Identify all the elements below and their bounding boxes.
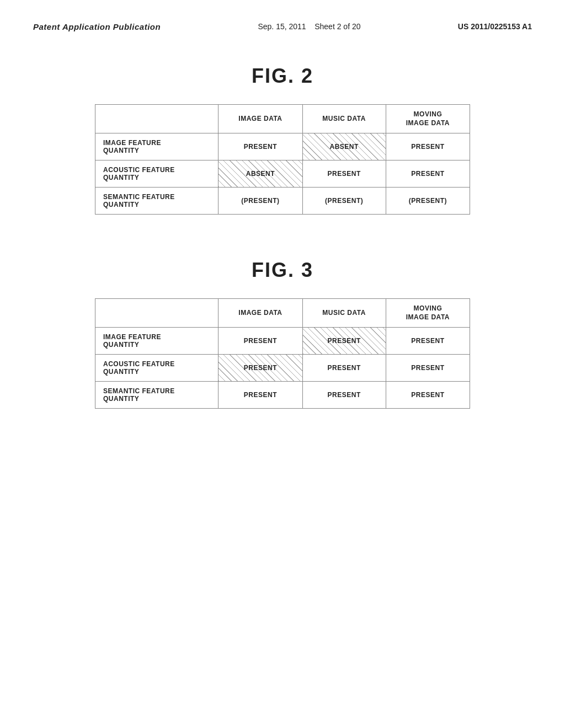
fig3-section: FIG. 3 IMAGE DATA MUSIC DATA MOVINGIMAGE… (33, 259, 532, 409)
date-sheet-label: Sep. 15, 2011 Sheet 2 of 20 (258, 22, 360, 31)
fig2-row-2: SEMANTIC FEATUREQUANTITY (PRESENT) (PRES… (95, 188, 470, 215)
fig2-col-header-3: MOVINGIMAGE DATA (386, 105, 470, 133)
fig3-row-0: IMAGE FEATUREQUANTITY PRESENT PRESENT PR… (95, 328, 470, 355)
fig3-row2-label: SEMANTIC FEATUREQUANTITY (95, 382, 218, 409)
fig3-col-header-3: MOVINGIMAGE DATA (386, 299, 470, 328)
fig3-row0-cell2: PRESENT (386, 328, 470, 355)
fig3-row1-label: ACOUSTIC FEATUREQUANTITY (95, 355, 218, 382)
fig3-row0-cell0: PRESENT (218, 328, 302, 355)
fig3-col-header-0 (95, 299, 218, 328)
fig2-row2-label: SEMANTIC FEATUREQUANTITY (95, 188, 218, 215)
fig2-table: IMAGE DATA MUSIC DATA MOVINGIMAGE DATA I… (95, 104, 470, 215)
patent-number-label: US 2011/0225153 A1 (458, 22, 532, 31)
fig2-section: FIG. 2 IMAGE DATA MUSIC DATA MOVINGIMAGE… (33, 65, 532, 215)
fig3-row0-cell1: PRESENT (302, 328, 386, 355)
fig2-row0-cell0: PRESENT (218, 133, 302, 160)
fig2-title: FIG. 2 (33, 65, 532, 88)
fig2-row2-cell0: (PRESENT) (218, 188, 302, 215)
fig3-row2-cell2: PRESENT (386, 382, 470, 409)
fig3-row1-cell1: PRESENT (302, 355, 386, 382)
fig3-table: IMAGE DATA MUSIC DATA MOVINGIMAGE DATA I… (95, 298, 470, 409)
sheet-label: Sheet 2 of 20 (315, 22, 360, 31)
fig3-row-2: SEMANTIC FEATUREQUANTITY PRESENT PRESENT… (95, 382, 470, 409)
fig2-row0-label: IMAGE FEATUREQUANTITY (95, 133, 218, 160)
fig2-row1-label: ACOUSTIC FEATUREQUANTITY (95, 160, 218, 188)
page-header: Patent Application Publication Sep. 15, … (33, 22, 532, 31)
fig2-col-header-1: IMAGE DATA (218, 105, 302, 133)
fig3-title: FIG. 3 (33, 259, 532, 282)
fig2-row2-cell1: (PRESENT) (302, 188, 386, 215)
fig2-row1-cell2: PRESENT (386, 160, 470, 188)
fig2-row1-cell1: PRESENT (302, 160, 386, 188)
fig3-row1-cell0: PRESENT (218, 355, 302, 382)
fig3-col-header-1: IMAGE DATA (218, 299, 302, 328)
fig3-row2-cell1: PRESENT (302, 382, 386, 409)
fig3-row-1: ACOUSTIC FEATUREQUANTITY PRESENT PRESENT… (95, 355, 470, 382)
fig2-col-header-0 (95, 105, 218, 133)
fig3-header-row: IMAGE DATA MUSIC DATA MOVINGIMAGE DATA (95, 299, 470, 328)
fig2-row2-cell2: (PRESENT) (386, 188, 470, 215)
fig3-col-header-2: MUSIC DATA (302, 299, 386, 328)
fig2-row0-cell2: PRESENT (386, 133, 470, 160)
fig2-row-1: ACOUSTIC FEATUREQUANTITY ABSENT PRESENT … (95, 160, 470, 188)
fig3-row2-cell0: PRESENT (218, 382, 302, 409)
fig2-row0-cell1: ABSENT (302, 133, 386, 160)
date-label: Sep. 15, 2011 (258, 22, 306, 31)
publication-label: Patent Application Publication (33, 22, 161, 31)
fig2-row-0: IMAGE FEATUREQUANTITY PRESENT ABSENT PRE… (95, 133, 470, 160)
fig3-row1-cell2: PRESENT (386, 355, 470, 382)
fig2-row1-cell0: ABSENT (218, 160, 302, 188)
page: Patent Application Publication Sep. 15, … (0, 0, 565, 728)
fig2-col-header-2: MUSIC DATA (302, 105, 386, 133)
fig2-header-row: IMAGE DATA MUSIC DATA MOVINGIMAGE DATA (95, 105, 470, 133)
fig3-row0-label: IMAGE FEATUREQUANTITY (95, 328, 218, 355)
